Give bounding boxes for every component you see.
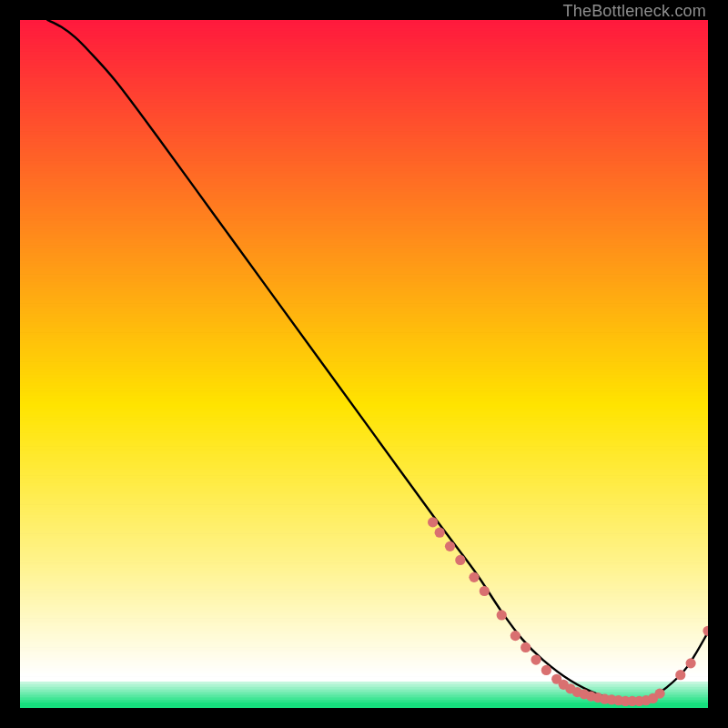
chart-svg: [20, 20, 708, 708]
data-point: [445, 541, 455, 551]
data-point: [511, 631, 521, 641]
data-point: [686, 658, 696, 668]
svg-rect-260: [20, 705, 708, 708]
data-point: [654, 689, 664, 699]
data-point: [428, 517, 438, 527]
data-point: [541, 665, 551, 675]
data-point: [521, 642, 531, 652]
gradient-background: [20, 20, 708, 708]
data-point: [531, 654, 541, 664]
watermark-text: TheBottleneck.com: [563, 2, 706, 21]
data-point: [455, 555, 465, 565]
data-point: [435, 528, 445, 538]
data-point: [497, 610, 507, 620]
bottleneck-chart: [20, 20, 708, 708]
data-point: [469, 572, 479, 582]
data-point: [675, 670, 685, 680]
data-point: [480, 586, 490, 596]
